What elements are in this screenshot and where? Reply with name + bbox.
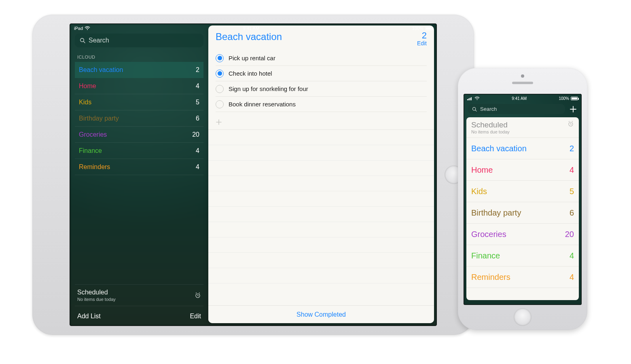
task-text: Check into hotel [229, 70, 272, 77]
iphone-list-count: 2 [570, 144, 574, 153]
device-label: iPad [74, 26, 83, 31]
sidebar-list-name: Reminders [79, 163, 110, 171]
task-bullet[interactable] [216, 70, 224, 78]
sidebar-list-name: Beach vacation [79, 66, 123, 74]
iphone-list-row[interactable]: Finance4 [466, 245, 579, 267]
task-text: Pick up rental car [229, 55, 275, 61]
iphone-list-count: 4 [570, 251, 574, 260]
sidebar-scheduled[interactable]: Scheduled No items due today [75, 284, 203, 306]
iphone-list-name: Birthday party [471, 208, 521, 218]
sidebar-edit-button[interactable]: Edit [190, 313, 201, 320]
search-placeholder: Search [89, 37, 109, 44]
task-row[interactable]: Pick up rental car [216, 51, 427, 66]
add-list-button[interactable]: Add List [77, 313, 101, 320]
ipad-status-bar: iPad 9:41 AM 100% [70, 24, 436, 33]
iphone-list-name: Reminders [471, 273, 510, 282]
task-text: Sign up for snorkeling for four [229, 85, 308, 92]
iphone-home-button[interactable] [514, 308, 531, 326]
sidebar-section-label: ICLOUD [75, 55, 203, 59]
iphone-speaker [512, 82, 533, 84]
add-reminder-row[interactable] [208, 114, 434, 130]
iphone-list-name: Home [471, 165, 493, 175]
battery-text: 100% [559, 96, 569, 101]
svg-rect-3 [467, 99, 468, 100]
alarm-icon [195, 292, 201, 298]
sidebar-list-row[interactable]: Birthday party6 [75, 110, 203, 127]
status-time: 9:41 AM [512, 96, 527, 101]
show-completed-button[interactable]: Show Completed [208, 305, 434, 323]
search-icon [80, 38, 85, 43]
task-list: Pick up rental carCheck into hotelSign u… [208, 48, 434, 114]
battery-icon [425, 27, 432, 30]
task-bullet[interactable] [216, 54, 224, 62]
battery-text: 100% [412, 26, 423, 31]
svg-line-1 [83, 41, 85, 43]
sidebar-list-count: 2 [196, 66, 199, 74]
search-icon [472, 107, 477, 112]
plus-icon [216, 119, 222, 125]
battery-icon [571, 97, 578, 100]
iphone-list-row[interactable]: Kids5 [466, 181, 579, 202]
iphone-camera [521, 74, 524, 78]
sidebar-list-name: Finance [79, 147, 102, 154]
sidebar-list-row[interactable]: Groceries20 [75, 127, 203, 143]
task-bullet[interactable] [216, 85, 224, 93]
iphone-list-row[interactable]: Home4 [466, 159, 579, 181]
ipad-device-frame: iPad 9:41 AM 100% Search [32, 15, 474, 335]
iphone-list-count: 6 [570, 208, 574, 218]
iphone-list-row[interactable]: Birthday party6 [466, 202, 579, 224]
reminders-detail-card: Beach vacation 2 Edit Pick up rental car… [208, 25, 434, 323]
sidebar-list-name: Kids [79, 99, 91, 106]
add-button[interactable] [569, 105, 577, 113]
sidebar-list-count: 6 [196, 115, 199, 122]
svg-line-8 [475, 110, 476, 111]
status-time: 9:41 AM [243, 26, 259, 31]
sidebar-list-name: Birthday party [79, 115, 119, 122]
svg-rect-5 [470, 98, 470, 100]
task-row[interactable]: Book dinner reservations [216, 97, 427, 112]
iphone-device-frame: 9:41 AM 100% Search Scheduled No item [458, 68, 587, 330]
iphone-list-name: Groceries [471, 230, 506, 239]
wifi-icon [85, 26, 90, 30]
task-row[interactable]: Check into hotel [216, 66, 427, 81]
sidebar-list-count: 5 [196, 99, 199, 106]
detail-edit-button[interactable]: Edit [417, 40, 427, 47]
iphone-list-count: 4 [570, 273, 574, 282]
signal-icon [467, 97, 473, 100]
sidebar-list: Beach vacation2Home4Kids5Birthday party6… [75, 62, 203, 275]
iphone-list-name: Kids [471, 187, 487, 196]
scheduled-sub: No items due today [77, 297, 116, 302]
reminders-sidebar: Search ICLOUD Beach vacation2Home4Kids5B… [70, 24, 208, 326]
alarm-icon [567, 121, 574, 127]
task-row[interactable]: Sign up for snorkeling for four [216, 81, 427, 97]
sidebar-list-count: 4 [196, 147, 199, 154]
search-input[interactable]: Search [75, 34, 203, 47]
scheduled-title: Scheduled [471, 121, 510, 129]
sidebar-list-row[interactable]: Finance4 [75, 143, 203, 159]
sidebar-list-count: 20 [192, 131, 199, 138]
wifi-icon [474, 97, 480, 100]
sidebar-list-row[interactable]: Beach vacation2 [75, 62, 203, 78]
iphone-screen: 9:41 AM 100% Search Scheduled No item [464, 94, 582, 305]
search-input[interactable]: Search [468, 104, 565, 114]
iphone-list-name: Beach vacation [471, 144, 527, 153]
iphone-scheduled[interactable]: Scheduled No items due today [466, 117, 579, 138]
svg-rect-4 [468, 98, 469, 100]
sidebar-list-name: Groceries [79, 131, 107, 138]
iphone-list-name: Finance [471, 251, 500, 260]
sidebar-list-count: 4 [196, 163, 199, 171]
iphone-status-bar: 9:41 AM 100% [464, 94, 581, 102]
iphone-list-row[interactable]: Groceries20 [466, 224, 579, 245]
iphone-list-row[interactable]: Beach vacation2 [466, 138, 579, 159]
sidebar-list-row[interactable]: Home4 [75, 78, 203, 94]
scheduled-title: Scheduled [77, 289, 116, 296]
sidebar-list-row[interactable]: Kids5 [75, 94, 203, 110]
search-placeholder: Search [480, 106, 497, 112]
scheduled-sub: No items due today [471, 129, 510, 134]
iphone-list-count: 5 [570, 187, 574, 196]
task-bullet[interactable] [216, 100, 224, 108]
iphone-list-row[interactable]: Reminders4 [466, 267, 579, 288]
iphone-list-count: 4 [570, 165, 574, 175]
iphone-list-count: 20 [565, 230, 574, 239]
sidebar-list-row[interactable]: Reminders4 [75, 159, 203, 175]
